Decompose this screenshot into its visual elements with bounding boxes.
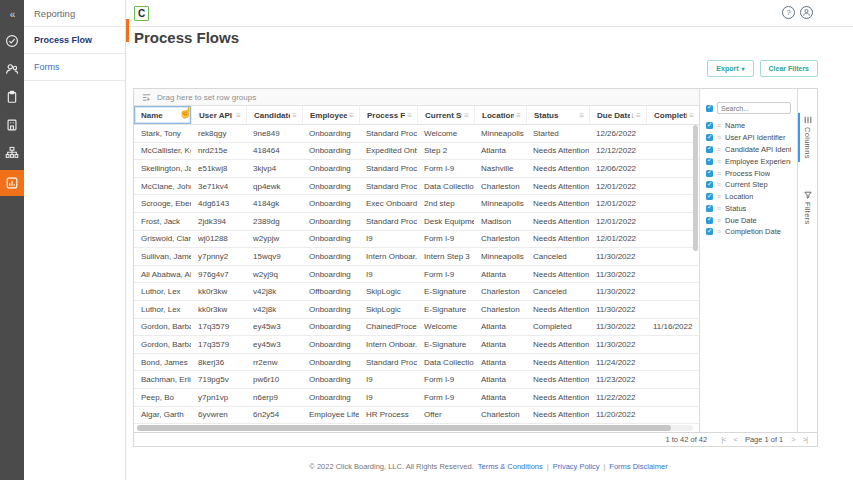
cell[interactable]: 11/30/2022 — [589, 340, 646, 349]
cell[interactable]: Step 2 — [417, 146, 474, 155]
cell[interactable]: 12/12/2022 — [589, 146, 646, 155]
cell[interactable]: 6yvwren — [191, 410, 246, 419]
checkbox-checked-icon[interactable] — [706, 134, 713, 141]
cell[interactable]: Gordon, Barbara — [134, 322, 191, 331]
last-page-button[interactable]: >| — [803, 435, 807, 444]
prev-page-button[interactable]: < — [734, 435, 737, 444]
table-row[interactable]: McClane, John3e71kv4qp4ewkOnboardingStan… — [134, 178, 699, 196]
cell[interactable]: Luthor, Lex — [134, 287, 191, 296]
cell[interactable]: Welcome — [417, 322, 474, 331]
cell[interactable]: Bond, James — [134, 358, 191, 367]
drag-handle-icon[interactable]: ≡ — [717, 228, 721, 235]
rail-item-company[interactable] — [0, 114, 24, 136]
cell[interactable]: Canceled — [526, 287, 589, 296]
cell[interactable]: Minneapolis — [474, 252, 526, 261]
next-page-button[interactable]: > — [791, 435, 794, 444]
cell[interactable]: Charleston — [474, 287, 526, 296]
cell[interactable]: Desk Equipment — [417, 217, 474, 226]
column-toggle-item[interactable]: ≡Current Step — [700, 179, 797, 191]
vertical-scrollbar[interactable] — [693, 125, 698, 422]
footer-link[interactable]: Privacy Policy — [553, 462, 600, 471]
sidebar-item-process-flow[interactable]: Process Flow — [24, 27, 125, 54]
table-row[interactable]: Gordon, Barbara17q3579ey45w3OnboardingCh… — [134, 319, 699, 337]
cell[interactable]: Onboarding — [302, 340, 359, 349]
cell[interactable]: McClane, John — [134, 182, 191, 191]
cell[interactable]: Charleston — [474, 305, 526, 314]
cell[interactable]: Griswold, Clark — [134, 234, 191, 243]
cell[interactable]: 2389dg — [246, 217, 302, 226]
checkbox-checked-icon[interactable] — [706, 205, 713, 212]
cell[interactable]: Onboarding — [302, 182, 359, 191]
cell[interactable]: Onboarding — [302, 375, 359, 384]
drag-handle-icon[interactable]: ≡ — [717, 170, 721, 177]
table-row[interactable]: Frost, Jack2jdk3942389dgOnboardingStanda… — [134, 213, 699, 231]
cell[interactable]: w2ypjw — [246, 234, 302, 243]
cell[interactable]: Needs Attention — [526, 410, 589, 419]
rail-item-reports[interactable] — [0, 170, 24, 196]
table-row[interactable]: Sullivan, Jame...y7pnny215wqv9Onboarding… — [134, 248, 699, 266]
cell[interactable]: rr2enw — [246, 358, 302, 367]
cell[interactable]: kk0r3kw — [191, 305, 246, 314]
cell[interactable]: 11/23/2022 — [589, 375, 646, 384]
first-page-button[interactable]: |< — [721, 435, 725, 444]
cell[interactable]: Atlanta — [474, 340, 526, 349]
cell[interactable]: Nashville — [474, 164, 526, 173]
cell[interactable]: Form I-9 — [417, 234, 474, 243]
tab-filters[interactable]: Filters — [798, 188, 817, 228]
column-header-employee-experience[interactable]: Employee E...≡ — [302, 106, 359, 124]
column-menu-icon[interactable]: ≡ — [514, 111, 526, 120]
table-row[interactable]: Stark, Tonyrek8qgy9ne849OnboardingStanda… — [134, 125, 699, 143]
cell[interactable]: Offer — [417, 410, 474, 419]
cell[interactable]: 11/16/2022 — [646, 322, 699, 331]
horizontal-scrollbar[interactable] — [137, 425, 693, 431]
cell[interactable]: w2yj9q — [246, 270, 302, 279]
drag-handle-icon[interactable]: ≡ — [717, 134, 721, 141]
checkbox-checked-icon[interactable] — [706, 122, 713, 129]
cell[interactable]: ChainedProcess — [359, 322, 417, 331]
cell[interactable]: 2nd step — [417, 199, 474, 208]
cell[interactable]: Frost, Jack — [134, 217, 191, 226]
cell[interactable]: 418464 — [246, 146, 302, 155]
drag-handle-icon[interactable]: ≡ — [717, 193, 721, 200]
cell[interactable]: ey45w3 — [246, 340, 302, 349]
checkbox-checked-icon[interactable] — [706, 170, 713, 177]
cell[interactable]: 11/30/2022 — [589, 305, 646, 314]
cell[interactable]: Form I-9 — [417, 393, 474, 402]
cell[interactable]: Standard Proc... — [359, 129, 417, 138]
column-header-process-flow[interactable]: Process Flow≡ — [359, 106, 417, 124]
table-row[interactable]: Scrooge, Eben...4dg61434184gkOnboardingE… — [134, 195, 699, 213]
table-row[interactable]: Griswold, Clarkwj01288w2ypjwOnboardingI9… — [134, 231, 699, 249]
cell[interactable]: 11/30/2022 — [589, 252, 646, 261]
cell[interactable]: Sullivan, Jame... — [134, 252, 191, 261]
cell[interactable]: 9ne849 — [246, 129, 302, 138]
cell[interactable]: Luthor, Lex — [134, 305, 191, 314]
drag-handle-icon[interactable]: ≡ — [717, 146, 721, 153]
cell[interactable]: wj01288 — [191, 234, 246, 243]
cell[interactable]: Offboarding — [302, 287, 359, 296]
cell[interactable]: Onboarding — [302, 270, 359, 279]
cell[interactable]: ey45w3 — [246, 322, 302, 331]
cell[interactable]: 11/30/2022 — [589, 322, 646, 331]
export-button[interactable]: Export ▾ — [707, 60, 753, 77]
horizontal-scrollbar-thumb[interactable] — [137, 425, 671, 431]
cell[interactable]: Bachman, Erlich — [134, 375, 191, 384]
cell[interactable]: SkipLogic — [359, 287, 417, 296]
footer-link[interactable]: Terms & Conditions — [478, 462, 543, 471]
cell[interactable]: Atlanta — [474, 358, 526, 367]
cell[interactable]: Atlanta — [474, 270, 526, 279]
cell[interactable]: 12/01/2022 — [589, 234, 646, 243]
cell[interactable]: 12/06/2022 — [589, 164, 646, 173]
cell[interactable]: 11/30/2022 — [589, 270, 646, 279]
rail-item-people[interactable] — [0, 58, 24, 80]
cell[interactable]: Form I-9 — [417, 375, 474, 384]
column-header-status[interactable]: Status≡ — [526, 106, 589, 124]
cell[interactable]: Needs Attention — [526, 270, 589, 279]
cell[interactable]: 12/01/2022 — [589, 199, 646, 208]
rail-item-tasks[interactable] — [0, 30, 24, 52]
table-row[interactable]: Ali Ababwa, Al...976g4v7w2yj9qOnboarding… — [134, 266, 699, 284]
cell[interactable]: Employee Life... — [302, 410, 359, 419]
cell[interactable]: SkipLogic — [359, 305, 417, 314]
cell[interactable]: Onboarding — [302, 164, 359, 173]
column-menu-icon[interactable]: ≡ — [462, 111, 474, 120]
tab-columns[interactable]: Columns — [798, 113, 817, 162]
